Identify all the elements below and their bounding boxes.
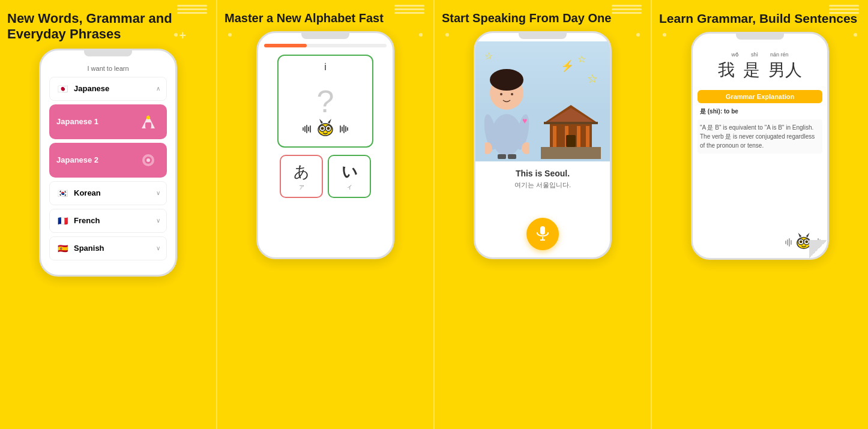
speech-ko: 여기는 서울입니다. (514, 181, 571, 190)
flag-japanese: 🇯🇵 (56, 82, 69, 95)
course-japanese-1[interactable]: Japanese 1 (49, 104, 167, 139)
lang-item-spanish[interactable]: 🇪🇸 Spanish ∨ (49, 236, 167, 260)
choice-cards: あ ア い イ (280, 155, 371, 198)
star-3: ☆ (587, 71, 598, 86)
pinyin-1: wǒ (731, 52, 739, 58)
dot-deco-4a (663, 33, 666, 37)
phone-notch (84, 50, 132, 56)
speech-container: This is Seoul. 여기는 서울입니다. (514, 169, 571, 190)
dot-deco-3b (636, 33, 640, 37)
flash-card-letter: i (324, 62, 327, 73)
svg-rect-35 (540, 226, 545, 235)
learn-label: I want to learn (49, 65, 167, 72)
svg-rect-18 (544, 122, 598, 124)
grammar-detail: "A 是 B" is equivalent to "A is B" in Eng… (698, 119, 822, 154)
course-japanese-2[interactable]: Japanese 2 (49, 143, 167, 178)
dot-deco-2a (228, 33, 232, 37)
pinyin-row: wǒ shì nán rén (702, 52, 818, 58)
lightning-deco: ⚡ (561, 59, 574, 73)
star-2: ☆ (577, 53, 586, 65)
svg-rect-34 (508, 154, 516, 159)
progress-bar (264, 44, 387, 47)
lang-japanese-left: 🇯🇵 Japanese (56, 82, 109, 95)
panel-4: Learn Grammar, Build Sentences wǒ shì ná… (651, 0, 868, 429)
speech-en: This is Seoul. (514, 169, 571, 178)
flag-french: 🇫🇷 (56, 214, 69, 227)
lang-japanese-label: Japanese (74, 84, 109, 93)
panel-2-title: Master a New Alphabet Fast (225, 11, 426, 25)
lang-spanish-label: Spanish (74, 244, 104, 253)
svg-rect-19 (553, 126, 556, 147)
lang-korean-label: Korean (74, 188, 101, 197)
dot-deco-3a (445, 33, 449, 37)
choice-card-1[interactable]: あ ア (280, 155, 323, 198)
building (538, 93, 604, 161)
grammar-main: 是 (shì): to be (698, 107, 822, 116)
svg-rect-22 (586, 126, 589, 147)
flag-spanish: 🇪🇸 (56, 242, 69, 255)
lang-item-japanese[interactable]: 🇯🇵 Japanese ∧ (49, 77, 167, 101)
course-2-img (137, 149, 160, 172)
dot-deco-2b (419, 33, 423, 37)
panel-3: + Start Speaking From Day One ☆ ☆ ☆ ⚡ (433, 0, 651, 429)
mascot-bottom (698, 227, 822, 253)
grammar-label: Grammar Explanation (698, 90, 822, 103)
phone-1-content: I want to learn 🇯🇵 Japanese ∧ Japanese 1 (41, 59, 175, 275)
heart-deco: ♥ (522, 116, 527, 125)
lang-item-korean[interactable]: 🇰🇷 Korean ∨ (49, 181, 167, 205)
panel-4-title: Learn Grammar, Build Sentences (659, 11, 861, 26)
choice-romaji-1: ア (299, 184, 304, 191)
chevron-korean: ∨ (156, 190, 160, 196)
choice-jp-1: あ (294, 161, 310, 182)
svg-point-7 (146, 158, 150, 162)
scene-card: ☆ ☆ ☆ ⚡ (475, 41, 610, 161)
svg-point-28 (511, 93, 513, 95)
course-2-title: Japanese 2 (56, 155, 98, 164)
mic-button[interactable] (526, 218, 559, 250)
panel-1: + New Words, Grammar and Everyday Phrase… (0, 0, 216, 429)
svg-point-41 (800, 241, 803, 244)
phone-3-content: ☆ ☆ ☆ ⚡ (475, 41, 610, 257)
phone-4: wǒ shì nán rén 我 是 男人 Grammar Explanatio… (691, 32, 829, 260)
panel-1-title: New Words, Grammar and Everyday Phrases (7, 11, 209, 43)
phone-3: ☆ ☆ ☆ ⚡ (474, 31, 612, 259)
flash-card-question: ? (317, 83, 334, 119)
mascot-audio (303, 118, 348, 140)
flash-card[interactable]: i ? (277, 55, 373, 148)
grammar-main-text: 是 (shì): to be (700, 108, 738, 115)
progress-bar-fill (264, 44, 307, 47)
panel-3-title: Start Speaking From Day One (442, 11, 643, 25)
chevron-french: ∨ (156, 217, 160, 224)
phone-3-notch (519, 33, 567, 39)
lang-korean-left: 🇰🇷 Korean (56, 187, 101, 200)
dot-deco-4b (854, 33, 857, 37)
phone-1: I want to learn 🇯🇵 Japanese ∧ Japanese 1 (39, 49, 177, 277)
svg-marker-17 (547, 108, 595, 123)
svg-point-27 (500, 93, 502, 95)
svg-point-42 (805, 241, 808, 244)
pinyin-2: shì (751, 52, 758, 58)
choice-romaji-2: イ (347, 184, 352, 191)
svg-point-12 (327, 127, 330, 130)
mascot-icon (315, 118, 336, 140)
chinese-text-block: wǒ shì nán rén 我 是 男人 (698, 47, 822, 86)
svg-rect-2 (145, 122, 151, 128)
person (484, 57, 529, 161)
choice-card-2[interactable]: い イ (328, 155, 371, 198)
lang-item-french[interactable]: 🇫🇷 French ∨ (49, 209, 167, 233)
char-1: 我 (718, 59, 735, 82)
phone-2-notch (301, 33, 349, 39)
flag-korean: 🇰🇷 (56, 187, 69, 200)
panel-2: + Master a New Alphabet Fast i ? (216, 0, 433, 429)
svg-point-26 (490, 69, 523, 91)
phone-4-content: wǒ shì nán rén 我 是 男人 Grammar Explanatio… (693, 42, 827, 258)
svg-point-11 (321, 127, 324, 130)
lang-french-left: 🇫🇷 French (56, 214, 100, 227)
speech-section: This is Seoul. 여기는 서울입니다. (507, 161, 578, 257)
course-1-title: Japanese 1 (56, 117, 98, 126)
audio-wave-right (340, 125, 348, 133)
svg-rect-23 (566, 135, 576, 147)
pinyin-3: nán rén (770, 52, 789, 58)
audio-wave-mascot-left (785, 238, 792, 247)
course-1-img (137, 110, 160, 133)
